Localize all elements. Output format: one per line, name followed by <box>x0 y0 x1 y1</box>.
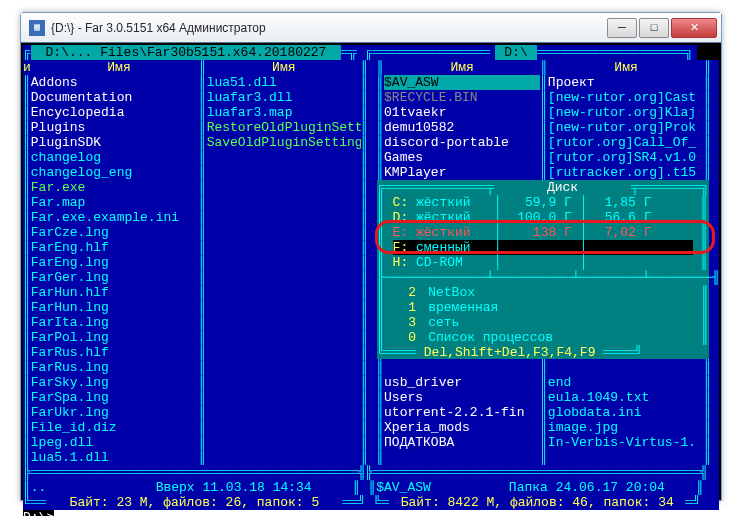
disk-row[interactable]: F: сменный │ │ <box>393 240 693 255</box>
file-item[interactable]: Far.map <box>31 195 199 210</box>
file-item[interactable]: $RECYCLE.BIN <box>384 90 540 105</box>
file-item[interactable]: FarGer.lng <box>31 270 199 285</box>
file-item[interactable] <box>548 450 704 465</box>
file-item[interactable]: FarRus.lng <box>31 360 199 375</box>
file-item[interactable]: FarHun.hlf <box>31 285 199 300</box>
file-item[interactable]: FarIta.lng <box>31 315 199 330</box>
right-hdr-name1[interactable]: Имя <box>384 60 540 75</box>
file-item[interactable] <box>207 225 361 240</box>
file-item[interactable] <box>548 360 704 375</box>
file-item[interactable] <box>207 360 361 375</box>
file-item[interactable] <box>207 345 361 360</box>
left-path[interactable]: D:\... Files\Far30b5151.x64.20180227 <box>31 45 341 60</box>
file-item[interactable]: [new-rutor.org]Cast <box>548 90 704 105</box>
file-item[interactable] <box>207 240 361 255</box>
file-item[interactable]: Documentation <box>31 90 199 105</box>
disk-menu-item[interactable]: Список процессов <box>413 330 553 345</box>
file-item[interactable]: globdata.ini <box>548 405 704 420</box>
file-item[interactable] <box>207 375 361 390</box>
file-item[interactable]: [rutor.org]Call_Of_ <box>548 135 704 150</box>
file-item[interactable] <box>207 315 361 330</box>
file-item[interactable]: ПОДАТКОВА <box>384 435 540 450</box>
file-item[interactable] <box>207 420 361 435</box>
file-item[interactable]: FarSky.lng <box>31 375 199 390</box>
file-item[interactable] <box>207 330 361 345</box>
disk-menu-num[interactable]: 3 <box>393 315 413 330</box>
file-item[interactable]: 01tvaekr <box>384 105 540 120</box>
file-item[interactable]: end <box>548 375 704 390</box>
file-item[interactable] <box>207 405 361 420</box>
file-item[interactable] <box>207 270 361 285</box>
disk-menu-num[interactable]: 0 <box>393 330 413 345</box>
file-item[interactable]: lpeg.dll <box>31 435 199 450</box>
close-button[interactable]: ✕ <box>671 18 717 38</box>
file-item[interactable] <box>207 300 361 315</box>
file-item[interactable] <box>207 255 361 270</box>
file-item[interactable] <box>207 195 361 210</box>
file-item[interactable]: $AV_ASW <box>384 75 540 90</box>
file-item[interactable]: RestoreOldPluginSett <box>207 120 361 135</box>
file-item[interactable]: eula.1049.txt <box>548 390 704 405</box>
file-item[interactable]: FarSpa.lng <box>31 390 199 405</box>
file-item[interactable]: FarRus.hlf <box>31 345 199 360</box>
file-item[interactable] <box>207 450 361 465</box>
file-item[interactable] <box>207 285 361 300</box>
file-item[interactable]: [rutor.org]SR4.v1.0 <box>548 150 704 165</box>
file-item[interactable]: FarEng.lng <box>31 255 199 270</box>
file-item[interactable]: [rutracker.org].t15 <box>548 165 704 180</box>
file-item[interactable] <box>384 450 540 465</box>
left-hdr-name1[interactable]: Имя <box>39 60 199 75</box>
disk-menu-item[interactable]: NetBox <box>413 285 475 300</box>
file-item[interactable]: FarHun.lng <box>31 300 199 315</box>
right-hdr-name2[interactable]: Имя <box>548 60 704 75</box>
file-item[interactable]: changelog_eng <box>31 165 199 180</box>
file-item[interactable] <box>207 435 361 450</box>
file-item[interactable]: FarPol.lng <box>31 330 199 345</box>
file-item[interactable]: Xperia_mods <box>384 420 540 435</box>
file-item[interactable]: FarEng.hlf <box>31 240 199 255</box>
file-item[interactable] <box>207 180 361 195</box>
disk-menu-num[interactable]: 1 <box>393 300 413 315</box>
file-item[interactable]: FarUkr.lng <box>31 405 199 420</box>
disk-row[interactable]: C: жёсткий │59,9 Г │1,85 Г <box>393 195 693 210</box>
disk-menu-item[interactable]: временная <box>413 300 499 315</box>
left-hdr-name2[interactable]: Имя <box>207 60 361 75</box>
file-item[interactable] <box>207 150 361 165</box>
file-item[interactable]: Plugins <box>31 120 199 135</box>
disk-menu-item[interactable]: сеть <box>413 315 460 330</box>
file-item[interactable]: Addons <box>31 75 199 90</box>
file-item[interactable]: Users <box>384 390 540 405</box>
maximize-button[interactable]: □ <box>639 18 669 38</box>
file-item[interactable]: Far.exe.example.ini <box>31 210 199 225</box>
titlebar[interactable]: ▦ {D:\} - Far 3.0.5151 x64 Администратор… <box>21 13 721 43</box>
file-item[interactable]: demu10582 <box>384 120 540 135</box>
minimize-button[interactable]: ─ <box>607 18 637 38</box>
file-item[interactable]: FarCze.lng <box>31 225 199 240</box>
disk-selection-dialog[interactable]: ╔═════════════╤Диск╤════════╗ ║ C: жёстк… <box>377 180 709 359</box>
file-item[interactable]: KMPlayer <box>384 165 540 180</box>
file-item[interactable]: PluginSDK <box>31 135 199 150</box>
right-path[interactable]: D:\ <box>495 45 537 60</box>
file-item[interactable] <box>207 165 361 180</box>
command-prompt[interactable]: D:\> <box>23 510 54 516</box>
file-item[interactable] <box>207 390 361 405</box>
file-item[interactable]: SaveOldPluginSetting <box>207 135 361 150</box>
disk-row[interactable]: D: жёсткий │100,0 Г │56,6 Г <box>393 210 693 225</box>
disk-row[interactable]: H: CD-ROM │ │ <box>393 255 693 270</box>
file-item[interactable]: usb_driver <box>384 375 540 390</box>
file-item[interactable]: Encyclopedia <box>31 105 199 120</box>
file-item[interactable]: In-Verbis-Virtus-1. <box>548 435 704 450</box>
file-item[interactable]: File_id.diz <box>31 420 199 435</box>
file-item[interactable]: discord-portable <box>384 135 540 150</box>
file-item[interactable]: lua5.1.dll <box>31 450 199 465</box>
file-item[interactable]: changelog <box>31 150 199 165</box>
file-item[interactable]: Games <box>384 150 540 165</box>
file-item[interactable]: luafar3.map <box>207 105 361 120</box>
disk-row[interactable]: E: жёсткий │138 Г │7,02 Г <box>393 225 693 240</box>
file-item[interactable]: lua51.dll <box>207 75 361 90</box>
disk-menu-num[interactable]: 2 <box>393 285 413 300</box>
file-item[interactable]: image.jpg <box>548 420 704 435</box>
file-item[interactable]: utorrent-2.2.1-fin <box>384 405 540 420</box>
file-item[interactable] <box>384 360 540 375</box>
file-item[interactable]: Far.exe <box>31 180 199 195</box>
